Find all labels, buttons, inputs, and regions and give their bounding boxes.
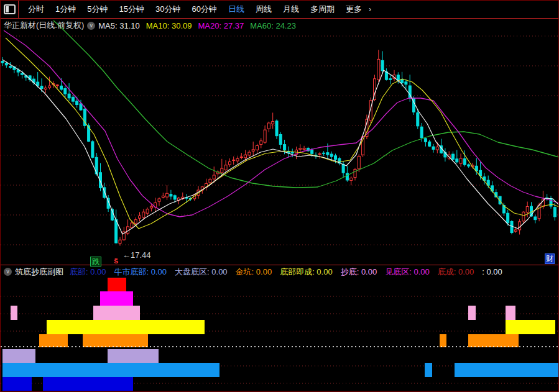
indicator-bar-orange [83,334,148,347]
trading-app-window: 分时1分钟5分钟15分钟30分钟60分钟日线周线月线多周期更多 › 华正新材(日… [0,0,559,392]
ma-value-label: MA20: 27.37 [198,21,244,30]
indicator-bar-magenta [100,291,133,306]
indicator-bar-lavender [2,349,35,363]
indicator-field: 抄底: 0.00 [341,267,377,276]
nav-item-1分钟[interactable]: 1分钟 [50,4,81,14]
indicator-bar-blue [455,363,558,377]
indicator-bar-orange [468,334,519,347]
indicator-bar-yellow [506,320,555,334]
indicator-bar-blue [2,363,219,377]
period-tabs: 分时1分钟5分钟15分钟30分钟60分钟日线周线月线多周期更多 [22,4,367,15]
indicator-bar-yellow [47,320,205,334]
nav-item-多周期[interactable]: 多周期 [305,4,340,14]
nav-item-分时[interactable]: 分时 [22,4,50,14]
indicator-bar-pink [506,306,515,320]
ma-value-label: MA10: 30.09 [146,21,192,30]
ma-value-label: MA5: 31.10 [98,21,140,30]
nav-item-60分钟[interactable]: 60分钟 [186,4,222,14]
ma-value-label: MA60: 24.23 [250,21,296,30]
indicator-field: 底成: 0.00 [438,267,474,276]
chart-title-overlay: 华正新材(日线.前复权) ∨ MA5: 31.10MA10: 30.09MA20… [4,20,302,31]
ma-legend: MA5: 31.10MA10: 30.09MA20: 27.37MA60: 24… [98,21,302,30]
indicator-bar-orange [440,334,446,347]
indicator-bar-darkblue [43,377,133,391]
nav-item-更多[interactable]: 更多 [340,4,367,14]
sidebar-toggle-icon[interactable] [4,4,16,14]
nav-item-周线[interactable]: 周线 [250,4,277,14]
indicator-field: : 0.00 [482,267,502,276]
indicator-field: 牛市底部: 0.00 [114,267,167,276]
main-chart-area[interactable]: 华正新材(日线.前复权) ∨ MA5: 31.10MA10: 30.09MA20… [1,19,558,265]
period-toolbar: 分时1分钟5分钟15分钟30分钟60分钟日线周线月线多周期更多 › [1,1,558,19]
indicator-field: 见底区: 0.00 [385,267,430,276]
indicator-bar-darkblue [2,377,32,391]
indicator-bar-orange [39,334,68,347]
indicator-field: 底部: 0.00 [70,267,106,276]
drop-badge: 跌 [90,257,101,267]
indicator-bars-chart[interactable] [1,278,558,392]
indicator-name[interactable]: 筑底抄底副图 [15,267,63,278]
nav-item-日线[interactable]: 日线 [223,4,250,14]
low-price-label: ←17.44 [122,250,151,260]
indicator-header: ∨ 筑底抄底副图 底部: 0.00牛市底部: 0.00大盘底区: 0.00金坑:… [1,265,558,278]
candlestick-chart[interactable] [1,19,558,265]
indicator-field: 大盘底区: 0.00 [175,267,228,276]
indicator-panel[interactable] [1,278,558,392]
indicator-fields: 底部: 0.00牛市底部: 0.00大盘底区: 0.00金坑: 0.00底部即成… [70,267,510,278]
sell-signal-icon: ŝ [114,256,118,265]
symbol-title: 华正新材(日线.前复权) [4,20,84,31]
indicator-bar-pink [11,306,17,320]
nav-item-5分钟[interactable]: 5分钟 [81,4,113,14]
more-arrow-icon[interactable]: › [369,5,371,14]
indicator-bar-pink [93,306,140,320]
indicator-bar-pink [468,306,476,320]
chevron-down-icon[interactable]: ∨ [4,268,12,276]
indicator-field: 金坑: 0.00 [236,267,272,276]
indicator-bar-red [108,278,126,291]
chevron-down-icon[interactable]: ∨ [87,22,95,30]
nav-item-月线[interactable]: 月线 [277,4,305,14]
nav-item-30分钟[interactable]: 30分钟 [150,4,186,14]
nav-item-15分钟[interactable]: 15分钟 [113,4,149,14]
indicator-bar-lavender [108,349,159,363]
wealth-badge: 财 [545,253,555,264]
indicator-bar-blue [425,363,432,377]
indicator-field: 底部即成: 0.00 [280,267,333,276]
toolbar-divider [18,1,19,18]
